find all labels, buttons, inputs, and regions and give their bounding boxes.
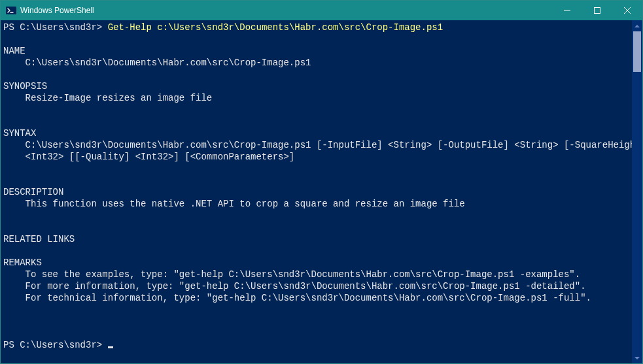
section-remarks-line-3: For technical information, type: "get-he… (3, 293, 591, 303)
maximize-icon (594, 7, 600, 14)
svg-marker-6 (634, 25, 640, 27)
scroll-down-button[interactable] (632, 352, 642, 363)
section-syntax-heading: SYNTAX (3, 128, 36, 139)
svg-rect-3 (595, 8, 600, 14)
section-name-value: C:\Users\snd3r\Documents\Habr.com\src\Cr… (3, 58, 311, 68)
section-description-value: This function uses the native .NET API t… (3, 199, 465, 209)
powershell-window: Windows PowerShell PS C:\Users\snd3r> Ge… (0, 0, 643, 364)
titlebar[interactable]: Windows PowerShell (1, 1, 642, 20)
section-syntax-line-2: <Int32> [[-Quality] <Int32>] [<CommonPar… (3, 152, 294, 162)
section-description-heading: DESCRIPTION (3, 187, 63, 197)
svg-marker-7 (634, 357, 640, 359)
svg-rect-0 (6, 7, 16, 14)
close-icon (624, 7, 631, 14)
section-name-heading: NAME (3, 46, 26, 56)
section-synopsis-value: Resize-Image resizes an image file (3, 93, 212, 103)
section-remarks-line-2: For more information, type: "get-help C:… (3, 281, 586, 291)
section-remarks-line-1: To see the examples, type: "get-help C:\… (3, 269, 580, 280)
terminal-output[interactable]: PS C:\Users\snd3r> Get-Help c:\Users\snd… (1, 20, 632, 363)
chevron-down-icon (634, 357, 640, 359)
minimize-button[interactable] (552, 1, 582, 20)
command-text: Get-Help c:\Users\snd3r\Documents\Habr.c… (108, 22, 443, 33)
terminal-area: PS C:\Users\snd3r> Get-Help c:\Users\snd… (1, 20, 642, 363)
section-syntax-line-1: C:\Users\snd3r\Documents\Habr.com\src\Cr… (3, 140, 632, 150)
prompt-line-2: PS C:\Users\snd3r> (3, 340, 108, 350)
text-cursor (108, 346, 113, 348)
maximize-button[interactable] (582, 1, 612, 20)
scroll-thumb[interactable] (633, 31, 641, 72)
scroll-up-button[interactable] (632, 20, 642, 31)
powershell-icon (6, 5, 16, 16)
section-remarks-heading: REMARKS (3, 257, 42, 268)
vertical-scrollbar[interactable] (632, 20, 642, 363)
section-synopsis-heading: SYNOPSIS (3, 81, 47, 91)
prompt-line-1: PS C:\Users\snd3r> (3, 22, 108, 33)
minimize-icon (564, 7, 570, 14)
chevron-up-icon (634, 25, 640, 27)
close-button[interactable] (612, 1, 642, 20)
section-related-links-heading: RELATED LINKS (3, 234, 75, 244)
window-title: Windows PowerShell (20, 6, 94, 15)
